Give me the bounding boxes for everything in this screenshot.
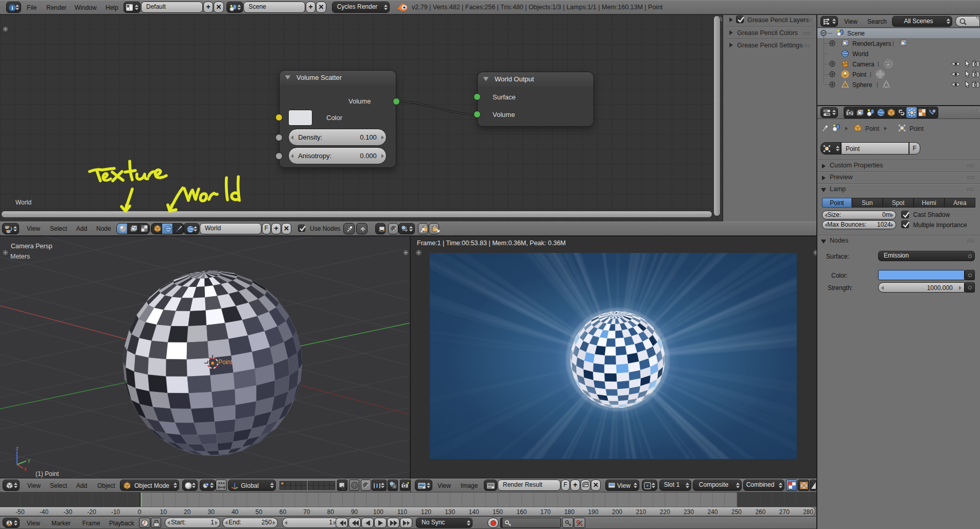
- svg-text:x: x: [24, 466, 27, 471]
- svg-text:z: z: [16, 446, 19, 451]
- svg-text:y: y: [28, 457, 30, 463]
